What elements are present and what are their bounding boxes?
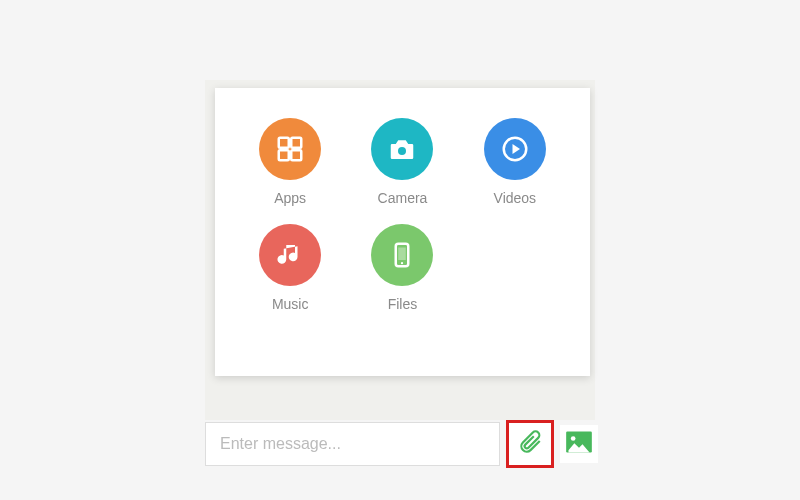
attach-option-label: Videos xyxy=(494,190,537,206)
compose-bar: Enter message... xyxy=(205,420,598,468)
svg-point-4 xyxy=(398,147,406,155)
image-button[interactable] xyxy=(560,425,598,463)
svg-rect-3 xyxy=(291,150,301,160)
attach-option-label: Apps xyxy=(274,190,306,206)
image-icon xyxy=(565,430,593,458)
play-icon xyxy=(484,118,546,180)
message-placeholder: Enter message... xyxy=(220,435,341,453)
attach-option-label: Camera xyxy=(378,190,428,206)
attachment-grid: Apps Camera Videos Music Files xyxy=(245,118,560,312)
attach-option-label: Music xyxy=(272,296,309,312)
attach-option-files[interactable]: Files xyxy=(357,224,447,312)
svg-rect-7 xyxy=(399,248,407,261)
camera-icon xyxy=(371,118,433,180)
svg-point-8 xyxy=(401,262,403,264)
message-input[interactable]: Enter message... xyxy=(205,422,500,466)
attach-option-videos[interactable]: Videos xyxy=(470,118,560,206)
apps-grid-icon xyxy=(259,118,321,180)
phone-icon xyxy=(371,224,433,286)
attach-option-music[interactable]: Music xyxy=(245,224,335,312)
attach-option-label: Files xyxy=(388,296,418,312)
attach-option-apps[interactable]: Apps xyxy=(245,118,335,206)
attach-option-camera[interactable]: Camera xyxy=(357,118,447,206)
attach-button[interactable] xyxy=(506,420,554,468)
svg-rect-2 xyxy=(279,150,289,160)
svg-rect-0 xyxy=(279,138,289,148)
music-note-icon xyxy=(259,224,321,286)
svg-rect-1 xyxy=(291,138,301,148)
svg-point-10 xyxy=(571,436,576,441)
attachment-panel: Apps Camera Videos Music Files xyxy=(215,88,590,376)
paperclip-icon xyxy=(517,429,543,459)
